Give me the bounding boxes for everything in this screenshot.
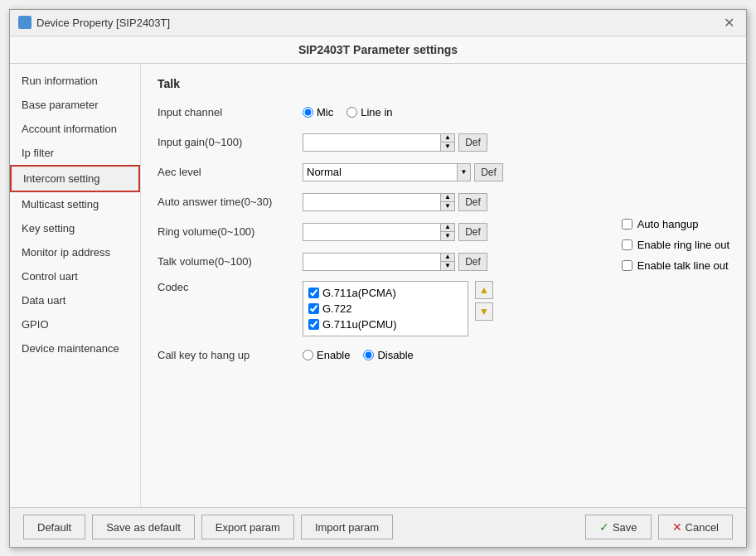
ring-volume-control: 88 ▲ ▼ Def bbox=[303, 223, 487, 241]
save-label: Save bbox=[613, 521, 637, 534]
call-key-hang-up-label: Call key to hang up bbox=[158, 349, 303, 361]
auto-hangup-option[interactable]: Auto hangup bbox=[622, 218, 729, 230]
ring-volume-down[interactable]: ▼ bbox=[441, 232, 454, 240]
call-key-disable-option[interactable]: Disable bbox=[363, 349, 413, 361]
talk-volume-up[interactable]: ▲ bbox=[441, 254, 454, 262]
call-key-hang-up-row: Call key to hang up Enable Disable bbox=[158, 345, 580, 366]
auto-answer-time-control: 3 ▲ ▼ Def bbox=[303, 193, 487, 211]
auto-answer-time-down[interactable]: ▼ bbox=[441, 202, 454, 210]
auto-answer-time-row: Auto answer time(0~30) 3 ▲ ▼ Def bbox=[158, 191, 580, 213]
talk-volume-down[interactable]: ▼ bbox=[441, 262, 454, 270]
talk-volume-label: Talk volume(0~100) bbox=[158, 255, 303, 268]
ring-volume-up[interactable]: ▲ bbox=[441, 224, 454, 232]
page-title: SIP2403T Parameter settings bbox=[10, 36, 746, 64]
input-channel-linein-radio[interactable] bbox=[346, 107, 357, 118]
talk-volume-def-button[interactable]: Def bbox=[458, 253, 487, 271]
talk-volume-input[interactable]: 95 bbox=[303, 254, 440, 270]
export-param-button[interactable]: Export param bbox=[201, 515, 294, 539]
cancel-button[interactable]: ✕ Cancel bbox=[658, 515, 733, 539]
sidebar-item-key-setting[interactable]: Key setting bbox=[10, 216, 140, 240]
sidebar-item-gpio[interactable]: GPIO bbox=[10, 312, 140, 336]
ring-volume-input[interactable]: 88 bbox=[303, 224, 440, 240]
content-main: Input channel Mic Line in bbox=[158, 102, 729, 375]
codec-label: Codec bbox=[158, 281, 303, 293]
save-as-default-button[interactable]: Save as default bbox=[92, 515, 195, 539]
sidebar-item-control-uart[interactable]: Control uart bbox=[10, 264, 140, 288]
input-gain-input[interactable]: 20 bbox=[303, 134, 440, 151]
ring-volume-label: Ring volume(0~100) bbox=[158, 225, 303, 238]
sidebar-item-ip-filter[interactable]: Ip filter bbox=[10, 141, 140, 165]
call-key-enable-option[interactable]: Enable bbox=[303, 349, 350, 361]
codec-checkbox-2[interactable] bbox=[308, 319, 319, 330]
sidebar-item-device-maintenance[interactable]: Device maintenance bbox=[10, 336, 140, 360]
input-channel-label: Input channel bbox=[158, 106, 303, 118]
call-key-enable-radio[interactable] bbox=[303, 350, 313, 360]
input-gain-spinbox: 20 ▲ ▼ bbox=[303, 133, 455, 152]
input-channel-mic-radio[interactable] bbox=[303, 107, 313, 118]
codec-item-2: G.711u(PCMU) bbox=[307, 317, 464, 332]
sidebar-item-monitor-ip-address[interactable]: Monitor ip address bbox=[10, 240, 140, 264]
codec-row: Codec G.711a(PCMA) G.722 bbox=[158, 281, 580, 336]
talk-volume-row: Talk volume(0~100) 95 ▲ ▼ Def bbox=[158, 251, 580, 273]
footer-right: ✓ Save ✕ Cancel bbox=[585, 515, 733, 539]
input-gain-control: 20 ▲ ▼ Def bbox=[303, 133, 487, 152]
enable-talk-line-out-option[interactable]: Enable talk line out bbox=[622, 259, 729, 272]
default-button[interactable]: Default bbox=[23, 515, 85, 539]
codec-item-1: G.722 bbox=[307, 301, 464, 317]
auto-answer-time-label: Auto answer time(0~30) bbox=[158, 196, 303, 208]
main-area: Run information Base parameter Account i… bbox=[10, 64, 746, 507]
aec-level-def-button[interactable]: Def bbox=[474, 163, 503, 181]
sidebar-item-intercom-setting[interactable]: Intercom setting bbox=[10, 165, 140, 192]
close-button[interactable]: ✕ bbox=[720, 13, 738, 31]
input-gain-down[interactable]: ▼ bbox=[441, 143, 454, 151]
input-gain-row: Input gain(0~100) 20 ▲ ▼ Def bbox=[158, 132, 580, 153]
auto-hangup-checkbox[interactable] bbox=[622, 219, 632, 230]
ring-volume-spinbox: 88 ▲ ▼ bbox=[303, 223, 455, 241]
aec-level-select[interactable]: Normal Low High bbox=[303, 164, 457, 181]
sidebar-item-base-parameter[interactable]: Base parameter bbox=[10, 93, 140, 117]
call-key-disable-radio[interactable] bbox=[363, 350, 374, 360]
codec-control: G.711a(PCMA) G.722 G.711u(PCMU) bbox=[303, 281, 493, 336]
save-check-icon: ✓ bbox=[599, 520, 609, 534]
sidebar-item-account-information[interactable]: Account information bbox=[10, 117, 140, 141]
codec-name-0: G.711a(PCMA) bbox=[322, 287, 396, 299]
codec-name-1: G.722 bbox=[322, 302, 351, 315]
auto-answer-time-input[interactable]: 3 bbox=[303, 194, 440, 210]
save-button[interactable]: ✓ Save bbox=[585, 515, 652, 539]
aec-level-label: Aec level bbox=[158, 166, 303, 178]
input-gain-def-button[interactable]: Def bbox=[458, 133, 487, 152]
import-param-button[interactable]: Import param bbox=[301, 515, 393, 539]
cancel-x-icon: ✕ bbox=[672, 520, 682, 534]
auto-hangup-label: Auto hangup bbox=[637, 218, 699, 230]
call-key-hang-up-control: Enable Disable bbox=[303, 349, 414, 361]
sidebar-item-data-uart[interactable]: Data uart bbox=[10, 288, 140, 312]
input-gain-up[interactable]: ▲ bbox=[441, 134, 454, 143]
codec-name-2: G.711u(PCMU) bbox=[322, 318, 397, 331]
enable-ring-line-out-option[interactable]: Enable ring line out bbox=[622, 239, 729, 251]
content-area: Talk Input channel Mic L bbox=[141, 64, 746, 507]
enable-ring-line-out-checkbox[interactable] bbox=[622, 239, 632, 250]
ring-volume-def-button[interactable]: Def bbox=[458, 223, 487, 241]
codec-checkbox-0[interactable] bbox=[308, 288, 319, 298]
codec-checkbox-1[interactable] bbox=[308, 303, 319, 314]
sidebar-item-run-information[interactable]: Run information bbox=[10, 69, 140, 93]
sidebar-item-multicast-setting[interactable]: Multicast setting bbox=[10, 192, 140, 216]
codec-down-icon: ▼ bbox=[479, 306, 489, 317]
footer: Default Save as default Export param Imp… bbox=[10, 507, 746, 547]
talk-volume-buttons: ▲ ▼ bbox=[440, 254, 454, 270]
input-channel-linein-label: Line in bbox=[361, 106, 392, 118]
auto-answer-time-def-button[interactable]: Def bbox=[458, 193, 487, 211]
input-channel-mic-label: Mic bbox=[317, 106, 333, 118]
codec-up-button[interactable]: ▲ bbox=[475, 281, 493, 299]
auto-answer-time-spinbox: 3 ▲ ▼ bbox=[303, 193, 455, 211]
main-window: Device Property [SIP2403T] ✕ SIP2403T Pa… bbox=[9, 9, 747, 548]
cancel-label: Cancel bbox=[686, 521, 719, 534]
input-channel-row: Input channel Mic Line in bbox=[158, 102, 580, 123]
codec-down-button[interactable]: ▼ bbox=[475, 302, 493, 321]
input-channel-mic-option[interactable]: Mic bbox=[303, 106, 333, 118]
auto-answer-time-up[interactable]: ▲ bbox=[441, 194, 454, 202]
input-channel-linein-option[interactable]: Line in bbox=[346, 106, 392, 118]
ring-volume-buttons: ▲ ▼ bbox=[440, 224, 454, 240]
codec-arrows: ▲ ▼ bbox=[475, 281, 493, 321]
enable-talk-line-out-checkbox[interactable] bbox=[622, 260, 632, 271]
